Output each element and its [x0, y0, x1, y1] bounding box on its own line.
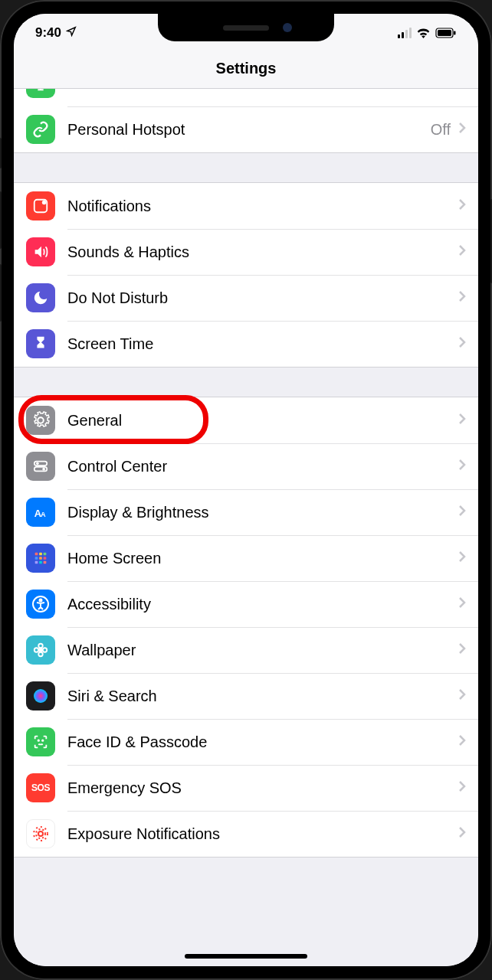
svg-rect-18	[44, 557, 47, 560]
svg-point-28	[43, 648, 48, 652]
svg-rect-19	[35, 561, 38, 564]
svg-rect-20	[39, 561, 42, 564]
siri-icon	[26, 681, 55, 710]
svg-point-24	[39, 648, 42, 652]
row-home-screen[interactable]: Home Screen	[14, 535, 478, 581]
row-do-not-disturb[interactable]: Do Not Disturb	[14, 275, 478, 321]
row-screen-time[interactable]: Screen Time	[14, 321, 478, 367]
moon-icon	[26, 283, 55, 312]
home-indicator[interactable]	[185, 954, 307, 959]
link-icon	[26, 115, 55, 144]
row-label: Display & Brightness	[67, 504, 458, 521]
antenna-icon	[26, 89, 55, 98]
svg-point-23	[40, 599, 42, 602]
row-accessibility[interactable]: Accessibility	[14, 581, 478, 627]
volume-down-button	[0, 264, 2, 322]
chevron-right-icon	[458, 459, 466, 474]
row-siri-search[interactable]: Siri & Search	[14, 673, 478, 719]
row-label: Face ID & Passcode	[67, 733, 458, 751]
svg-rect-2	[454, 31, 456, 35]
row-label: Screen Time	[67, 335, 458, 353]
svg-rect-21	[44, 561, 47, 564]
chevron-right-icon	[458, 780, 466, 795]
status-time: 9:40	[35, 25, 61, 41]
svg-point-25	[38, 644, 43, 648]
wifi-icon	[416, 28, 431, 38]
speaker-grille	[223, 25, 269, 31]
text-size-icon: AA	[26, 498, 55, 527]
svg-point-29	[34, 689, 48, 703]
row-label: Cellular	[67, 89, 458, 93]
svg-point-5	[42, 201, 47, 205]
svg-point-10	[42, 468, 45, 471]
svg-point-6	[38, 418, 44, 423]
screen: 9:40 Settings	[14, 14, 478, 966]
svg-rect-14	[39, 553, 42, 556]
svg-point-33	[36, 829, 45, 838]
row-control-center[interactable]: Control Center	[14, 443, 478, 489]
notch	[158, 14, 334, 41]
row-label: Notifications	[67, 198, 458, 215]
svg-rect-17	[39, 557, 42, 560]
section-device: General Control Center AA	[14, 397, 478, 858]
row-wallpaper[interactable]: Wallpaper	[14, 627, 478, 673]
chevron-right-icon	[458, 198, 466, 214]
row-label: Exposure Notifications	[67, 825, 458, 843]
location-arrow-icon	[66, 25, 77, 41]
chevron-right-icon	[458, 413, 466, 428]
row-label: Control Center	[67, 458, 458, 475]
chevron-right-icon	[458, 734, 466, 750]
svg-rect-16	[35, 557, 38, 560]
chevron-right-icon	[458, 826, 466, 841]
svg-rect-13	[35, 553, 38, 556]
face-icon	[26, 727, 55, 756]
svg-point-30	[38, 740, 39, 740]
svg-point-32	[38, 831, 43, 836]
grid-icon	[26, 544, 55, 573]
svg-point-27	[34, 648, 39, 652]
row-label: Wallpaper	[67, 642, 458, 659]
row-label: Home Screen	[67, 550, 458, 567]
chevron-right-icon	[458, 596, 466, 612]
row-label: Personal Hotspot	[67, 121, 431, 139]
row-label: Siri & Search	[67, 688, 458, 705]
row-label: Sounds & Haptics	[67, 243, 458, 261]
speaker-icon	[26, 237, 55, 266]
notifications-icon	[26, 191, 55, 220]
row-display-brightness[interactable]: AA Display & Brightness	[14, 489, 478, 535]
page-title: Settings	[14, 60, 478, 77]
svg-rect-1	[438, 30, 451, 36]
chevron-right-icon	[458, 688, 466, 704]
gear-icon	[26, 406, 55, 435]
svg-rect-15	[44, 553, 47, 556]
toggles-icon	[26, 452, 55, 481]
flower-icon	[26, 635, 55, 665]
svg-text:A: A	[41, 511, 46, 518]
chevron-right-icon	[458, 122, 466, 137]
hourglass-icon	[26, 329, 55, 358]
section-network: Cellular Personal Hotspot Off	[14, 89, 478, 153]
exposure-icon	[26, 819, 55, 848]
row-exposure-notifications[interactable]: Exposure Notifications	[14, 811, 478, 857]
volume-up-button	[0, 191, 2, 249]
svg-point-8	[36, 462, 39, 466]
chevron-right-icon	[458, 642, 466, 658]
row-general[interactable]: General	[14, 397, 478, 443]
row-cellular[interactable]: Cellular	[14, 89, 478, 106]
chevron-right-icon	[458, 244, 466, 260]
device-frame: 9:40 Settings	[0, 0, 492, 980]
accessibility-icon	[26, 590, 55, 619]
row-face-id[interactable]: Face ID & Passcode	[14, 719, 478, 765]
row-label: Accessibility	[67, 596, 458, 613]
settings-list[interactable]: Cellular Personal Hotspot Off	[14, 89, 478, 966]
svg-point-31	[42, 740, 43, 740]
row-emergency-sos[interactable]: SOS Emergency SOS	[14, 765, 478, 811]
status-right	[398, 28, 457, 38]
row-notifications[interactable]: Notifications	[14, 183, 478, 229]
mute-switch	[0, 138, 2, 168]
section-alerts: Notifications Sounds & Haptics	[14, 182, 478, 368]
status-left: 9:40	[35, 25, 77, 41]
row-personal-hotspot[interactable]: Personal Hotspot Off	[14, 106, 478, 152]
row-sounds-haptics[interactable]: Sounds & Haptics	[14, 229, 478, 275]
chevron-right-icon	[458, 505, 466, 520]
